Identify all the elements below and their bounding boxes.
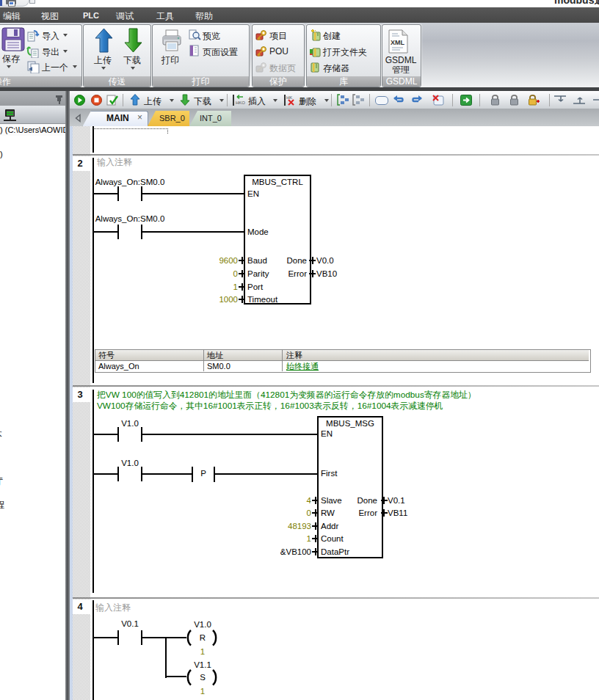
svg-text:HKO: HKO (236, 101, 245, 105)
svg-text:XML: XML (391, 39, 405, 46)
svg-text:HK: HK (286, 95, 292, 100)
